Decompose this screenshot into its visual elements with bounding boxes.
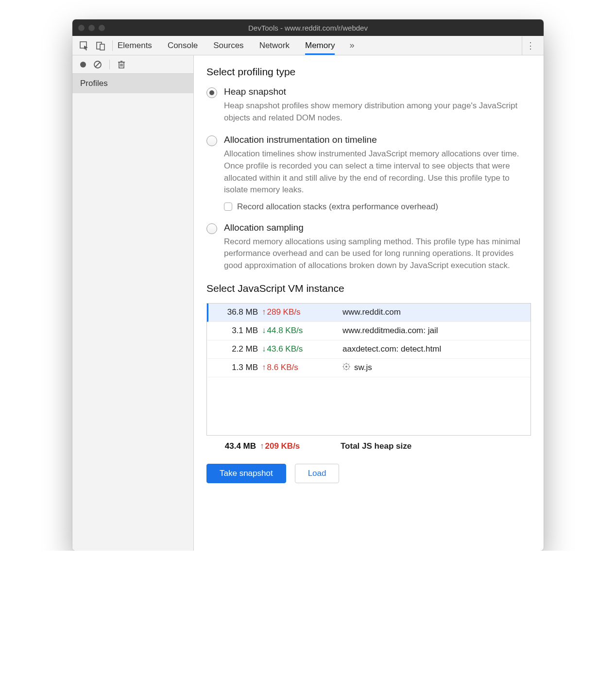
devtools-window: DevTools - www.reddit.com/r/webdev Eleme… <box>72 19 544 551</box>
radio-icon[interactable] <box>206 87 217 98</box>
vm-instance-row[interactable]: 3.1 MB↓44.8 KB/swww.redditmedia.com: jai… <box>207 322 530 340</box>
total-rate: ↑209 KB/s <box>260 441 328 451</box>
svg-line-20 <box>343 369 344 370</box>
tab-network[interactable]: Network <box>259 37 290 54</box>
vm-table-empty-space <box>207 377 530 436</box>
arrow-up-icon: ↑ <box>262 307 266 317</box>
profiling-type-heading: Select profiling type <box>206 66 531 78</box>
settings-menu-icon[interactable]: ⋮ <box>522 36 539 55</box>
vm-instance-row[interactable]: 36.8 MB↑289 KB/swww.reddit.com <box>207 304 530 322</box>
svg-point-13 <box>345 366 347 368</box>
vm-total-row: 43.4 MB ↑209 KB/s Total JS heap size <box>206 436 531 457</box>
divider <box>109 60 110 69</box>
vm-rate: ↑289 KB/s <box>262 307 330 317</box>
svg-line-18 <box>343 364 344 365</box>
option-allocation-sampling[interactable]: Allocation sampling Record memory alloca… <box>206 222 531 272</box>
vm-name: sw.js <box>330 363 372 373</box>
record-stacks-checkbox-row: Record allocation stacks (extra performa… <box>224 202 531 212</box>
trash-icon[interactable] <box>117 60 126 69</box>
vm-size: 3.1 MB <box>208 326 262 336</box>
option-desc: Heap snapshot profiles show memory distr… <box>224 100 531 124</box>
sidebar-item-profiles[interactable]: Profiles <box>72 74 193 93</box>
vm-size: 1.3 MB <box>208 363 262 372</box>
svg-line-5 <box>95 62 100 67</box>
device-toolbar-icon[interactable] <box>94 39 107 52</box>
body: Profiles Select profiling type Heap snap… <box>72 55 544 551</box>
tab-memory[interactable]: Memory <box>305 37 335 55</box>
tabs: Elements Console Sources Network Memory <box>118 37 335 54</box>
vm-instance-row[interactable]: 2.2 MB↓43.6 KB/saaxdetect.com: detect.ht… <box>207 340 530 359</box>
vm-size: 2.2 MB <box>208 344 262 354</box>
radio-icon[interactable] <box>206 135 217 146</box>
tab-elements[interactable]: Elements <box>118 37 152 54</box>
arrow-up-icon: ↑ <box>260 441 264 451</box>
arrow-down-icon: ↓ <box>262 326 266 336</box>
action-buttons: Take snapshot Load <box>206 464 531 483</box>
checkbox-label: Record allocation stacks (extra performa… <box>237 202 438 212</box>
svg-line-21 <box>348 364 349 365</box>
titlebar: DevTools - www.reddit.com/r/webdev <box>72 19 544 36</box>
clear-icon[interactable] <box>93 60 103 69</box>
inspect-element-icon[interactable] <box>77 39 91 52</box>
vm-rate: ↑8.6 KB/s <box>262 363 330 372</box>
option-title: Heap snapshot <box>224 86 531 97</box>
arrow-up-icon: ↑ <box>262 363 266 372</box>
vm-rate: ↓44.8 KB/s <box>262 326 330 336</box>
vm-name: www.reddit.com <box>330 307 401 317</box>
vm-name: aaxdetect.com: detect.html <box>330 344 441 354</box>
sidebar-toolbar <box>72 55 193 74</box>
option-heap-snapshot[interactable]: Heap snapshot Heap snapshot profiles sho… <box>206 86 531 124</box>
svg-rect-2 <box>100 44 104 50</box>
vm-instance-row[interactable]: 1.3 MB↑8.6 KB/ssw.js <box>207 359 530 377</box>
vm-name: www.redditmedia.com: jail <box>330 326 438 336</box>
vm-rate: ↓43.6 KB/s <box>262 344 330 354</box>
checkbox-icon[interactable] <box>224 202 232 211</box>
tab-console[interactable]: Console <box>168 37 198 54</box>
svg-point-3 <box>80 62 86 68</box>
option-desc: Record memory allocations using sampling… <box>224 236 531 272</box>
tab-sources[interactable]: Sources <box>213 37 243 54</box>
load-button[interactable]: Load <box>295 464 340 483</box>
service-worker-icon <box>342 363 350 373</box>
window-title: DevTools - www.reddit.com/r/webdev <box>72 24 544 32</box>
radio-icon[interactable] <box>206 223 217 234</box>
total-size: 43.4 MB <box>206 441 260 451</box>
more-tabs-icon[interactable]: » <box>349 40 354 51</box>
divider <box>112 40 113 51</box>
vm-instance-table: 36.8 MB↑289 KB/swww.reddit.com3.1 MB↓44.… <box>206 303 531 436</box>
record-icon[interactable] <box>78 60 88 69</box>
option-title: Allocation instrumentation on timeline <box>224 135 531 145</box>
option-title: Allocation sampling <box>224 222 531 233</box>
svg-line-19 <box>348 369 349 370</box>
main-panel: Select profiling type Heap snapshot Heap… <box>194 55 544 551</box>
option-desc: Allocation timelines show instrumented J… <box>224 148 531 196</box>
sidebar: Profiles <box>72 55 194 551</box>
total-label: Total JS heap size <box>328 441 411 451</box>
take-snapshot-button[interactable]: Take snapshot <box>206 464 286 483</box>
option-allocation-timeline[interactable]: Allocation instrumentation on timeline A… <box>206 135 531 212</box>
vm-size: 36.8 MB <box>208 307 262 317</box>
arrow-down-icon: ↓ <box>262 344 266 354</box>
vm-instance-heading: Select JavaScript VM instance <box>206 283 531 294</box>
panel-tabs: Elements Console Sources Network Memory … <box>72 36 544 55</box>
